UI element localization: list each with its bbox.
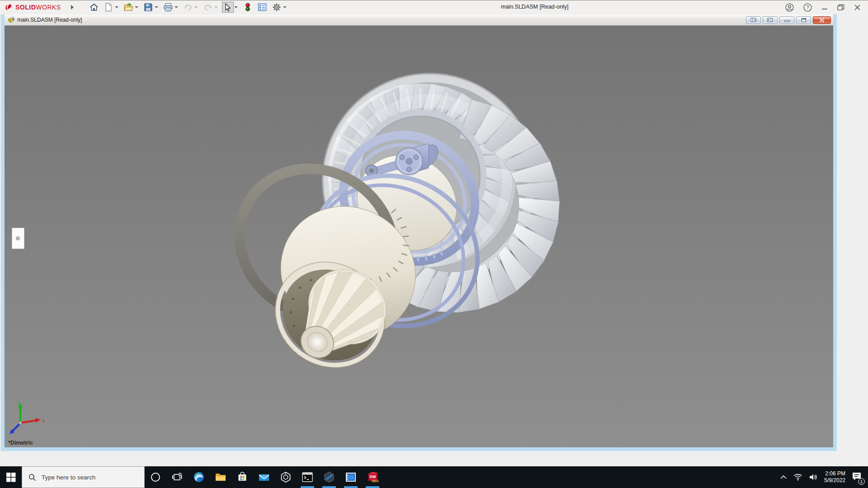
home-icon (90, 3, 99, 12)
document-window: main.SLDASM [Read-only] (1, 14, 837, 451)
split-pane-left-button[interactable] (746, 16, 761, 24)
solidworks-logo: SOLIDWORKS (5, 3, 61, 12)
view-orientation-label: *Dimetric (8, 440, 33, 446)
undo-button[interactable] (182, 2, 194, 13)
hidden-icons-chevron[interactable] (780, 475, 787, 479)
clock-date: 5/9/2022 (824, 477, 845, 484)
taskbar-clock[interactable]: 2:06 PM 5/9/2022 (824, 470, 845, 484)
start-button[interactable] (0, 466, 22, 488)
account-icon[interactable] (785, 3, 794, 12)
volume-icon[interactable] (809, 474, 818, 481)
open-folder-icon (123, 3, 133, 12)
restore-icon[interactable] (837, 4, 844, 11)
select-dropdown[interactable] (234, 6, 238, 8)
gear-icon (272, 3, 281, 12)
graphics-viewport[interactable]: y x *Dimetric (5, 26, 833, 447)
app-titlebar: SOLIDWORKS (0, 0, 868, 14)
edge-button[interactable] (188, 466, 210, 488)
cortana-button[interactable] (145, 466, 166, 488)
app-title: main.SLDASM [Read-only] (501, 4, 568, 10)
file-explorer-icon (215, 472, 226, 483)
open-dropdown[interactable] (135, 6, 138, 8)
doc-restore-button[interactable] (796, 16, 811, 24)
undo-dropdown[interactable] (194, 6, 198, 8)
help-icon[interactable]: ? (803, 3, 812, 12)
featuremanager-collapsed-tab[interactable] (12, 228, 24, 249)
svg-text:SW: SW (369, 474, 376, 479)
select-tool-button[interactable] (222, 2, 234, 13)
cad-utility-button[interactable] (318, 466, 340, 488)
print-button[interactable] (162, 2, 174, 13)
taskbar-search[interactable] (22, 466, 145, 488)
svg-text:?: ? (806, 5, 809, 10)
new-document-dropdown[interactable] (115, 6, 118, 8)
quick-access-toolbar (85, 2, 288, 13)
app-window-controls: ? (785, 0, 868, 14)
minimize-icon[interactable] (821, 4, 828, 10)
close-icon[interactable] (854, 4, 861, 11)
doc-close-button[interactable] (813, 16, 831, 24)
file-properties-icon (258, 3, 267, 11)
command-prompt-icon (302, 471, 313, 483)
pane-expand-handle[interactable] (16, 236, 20, 240)
new-document-button[interactable] (103, 2, 114, 13)
mdi-background: main.SLDASM [Read-only] (0, 14, 868, 466)
clock-time: 2:06 PM (824, 470, 845, 477)
solidworks-wordmark: SOLIDWORKS (15, 4, 61, 11)
windows-taskbar: SW 2021 2:06 PM 5/9/2022 (0, 466, 868, 488)
save-button[interactable] (142, 2, 154, 13)
store-button[interactable] (231, 466, 253, 488)
document-title: main.SLDASM [Read-only] (17, 17, 82, 23)
undo-icon (183, 3, 193, 11)
print-dropdown[interactable] (175, 6, 178, 8)
menu-expand-arrow-icon[interactable] (71, 5, 74, 9)
action-center-button[interactable]: 1 (852, 472, 862, 483)
options-button[interactable] (271, 2, 283, 13)
cortana-icon (150, 472, 161, 483)
solidworks-2021-icon: SW 2021 (366, 471, 379, 483)
redo-button[interactable] (202, 2, 214, 13)
document-titlebar[interactable]: main.SLDASM [Read-only] (5, 14, 833, 26)
new-document-icon (104, 3, 113, 12)
mail-icon (258, 472, 270, 483)
display-status-button[interactable] (242, 2, 254, 13)
search-input[interactable] (41, 474, 140, 481)
cad-utility-icon (323, 471, 335, 483)
task-view-button[interactable] (166, 466, 188, 488)
task-view-icon (172, 472, 183, 483)
triad-y-label: y (18, 401, 21, 406)
doc-minimize-button[interactable] (779, 16, 794, 24)
svg-text:2021: 2021 (372, 479, 379, 483)
save-icon (144, 3, 153, 12)
orientation-triad: y x (5, 400, 47, 441)
stoplight-icon (245, 3, 250, 12)
edge-icon (193, 471, 205, 483)
triad-x-label: x (42, 418, 45, 423)
file-properties-button[interactable] (256, 2, 268, 13)
windows-start-icon (6, 473, 16, 482)
3d-model-jet-engine[interactable] (5, 26, 833, 447)
3d-viewer-button[interactable] (275, 466, 297, 488)
solidworks-taskbar-button[interactable]: SW 2021 (362, 466, 383, 488)
file-explorer-button[interactable] (210, 466, 231, 488)
options-dropdown[interactable] (283, 6, 287, 8)
save-dropdown[interactable] (155, 6, 158, 8)
document-window-controls (746, 16, 833, 24)
running-app-indicator (366, 486, 379, 488)
mail-button[interactable] (253, 466, 275, 488)
media-app-button[interactable] (340, 466, 362, 488)
redo-dropdown[interactable] (214, 6, 218, 8)
notification-count-badge: 1 (858, 478, 865, 485)
running-app-indicator (301, 486, 314, 488)
home-button[interactable] (88, 2, 100, 13)
store-icon (237, 472, 248, 483)
split-pane-right-button[interactable] (763, 16, 778, 24)
solidworks-logo-icon (5, 3, 14, 12)
system-tray: 2:06 PM 5/9/2022 1 (780, 466, 868, 488)
print-icon (163, 3, 173, 12)
command-prompt-button[interactable] (297, 466, 318, 488)
search-icon (28, 474, 36, 481)
wifi-icon[interactable] (793, 474, 802, 481)
running-app-indicator (322, 486, 336, 488)
open-button[interactable] (123, 2, 134, 13)
